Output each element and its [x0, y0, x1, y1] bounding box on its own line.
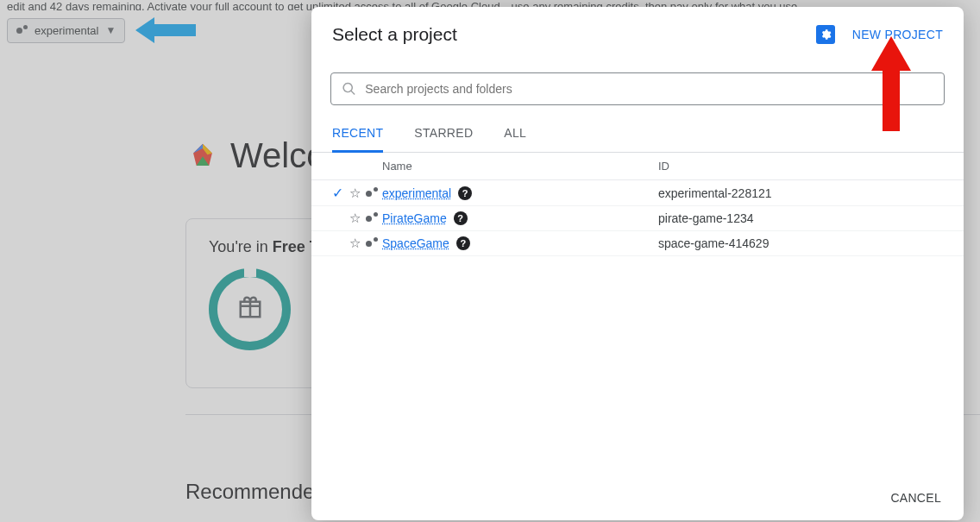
project-name-link[interactable]: PirateGame — [382, 211, 447, 225]
settings-icon[interactable] — [816, 25, 835, 44]
modal-title: Select a project — [332, 24, 457, 45]
gcp-logo-icon — [185, 141, 220, 172]
project-type-icon — [366, 187, 378, 199]
gift-icon — [237, 294, 263, 324]
project-name-link[interactable]: experimental — [382, 186, 451, 200]
project-type-icon — [366, 237, 378, 249]
project-picker-modal: Select a project NEW PROJECT RECENT STAR… — [311, 7, 964, 520]
cancel-button[interactable]: CANCEL — [890, 491, 941, 505]
column-header-id: ID — [658, 160, 943, 173]
search-icon — [342, 81, 356, 97]
search-input[interactable] — [365, 82, 933, 96]
chevron-down-icon: ▼ — [105, 24, 116, 36]
star-icon[interactable]: ☆ — [349, 236, 361, 251]
tab-starred[interactable]: STARRED — [414, 126, 473, 152]
help-icon[interactable]: ? — [458, 186, 472, 200]
star-icon[interactable]: ☆ — [349, 186, 361, 201]
project-id: space-game-414629 — [658, 236, 943, 250]
red-arrow-annotation — [871, 36, 911, 135]
help-icon[interactable]: ? — [454, 211, 468, 225]
trial-prefix: You're in — [209, 238, 273, 255]
project-icon — [16, 25, 28, 36]
blue-arrow-annotation — [135, 17, 196, 43]
selected-check-icon: ✓ — [332, 185, 344, 201]
project-row[interactable]: ☆PirateGame ?pirate-game-1234 — [311, 206, 964, 231]
tab-recent[interactable]: RECENT — [332, 126, 383, 153]
project-name-link[interactable]: SpaceGame — [382, 236, 449, 250]
search-input-wrapper[interactable] — [330, 72, 945, 105]
progress-ring — [209, 268, 291, 350]
project-row[interactable]: ☆SpaceGame ?space-game-414629 — [311, 231, 964, 256]
project-type-icon — [366, 212, 378, 224]
project-selector-button[interactable]: experimental ▼ — [7, 18, 125, 43]
help-icon[interactable]: ? — [456, 236, 470, 250]
star-icon[interactable]: ☆ — [349, 211, 361, 226]
tab-all[interactable]: ALL — [504, 126, 526, 152]
project-id: experimental-228121 — [658, 186, 943, 200]
project-id: pirate-game-1234 — [658, 211, 943, 225]
column-header-name: Name — [382, 160, 658, 173]
svg-marker-0 — [135, 17, 196, 43]
project-row[interactable]: ✓☆experimental ?experimental-228121 — [311, 180, 964, 206]
project-selector-label: experimental — [35, 24, 98, 37]
table-header: Name ID — [311, 153, 964, 180]
svg-marker-1 — [871, 36, 911, 131]
